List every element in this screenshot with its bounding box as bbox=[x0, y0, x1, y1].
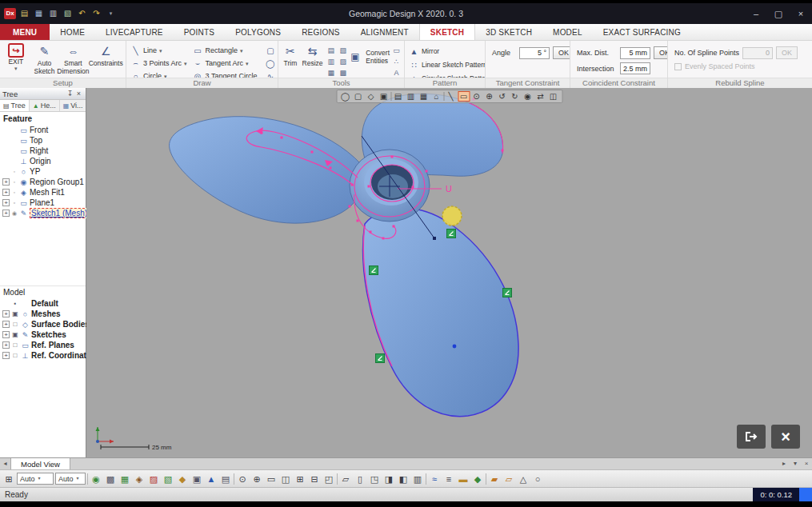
bottom-tool-icon[interactable]: ▨ bbox=[147, 473, 160, 485]
undo-icon[interactable]: ↶ bbox=[76, 8, 88, 19]
coincident-ok-button[interactable]: OK bbox=[654, 46, 667, 59]
lasso-select-icon[interactable]: ◇ bbox=[365, 91, 377, 102]
model-viewport[interactable]: U 25 mm ◯▢◇▣▤▥▦⌂╲▭⊙⊕↺↻◉⇄◫ bbox=[86, 88, 812, 457]
rebuild-ok-button[interactable]: OK bbox=[776, 46, 798, 59]
tree-item[interactable]: ▫ ▭ Plane1 bbox=[0, 198, 86, 208]
selection-mode-icon[interactable]: ⊞ bbox=[2, 473, 15, 485]
slot-tool[interactable]: ▢ Slot bbox=[265, 45, 278, 56]
zoom-fit-icon[interactable]: ◉ bbox=[522, 91, 534, 102]
bottom-tool-icon[interactable]: ○ bbox=[531, 473, 544, 485]
bottom-tool-icon[interactable]: ▱ bbox=[339, 473, 352, 485]
minimize-button[interactable]: – bbox=[745, 5, 767, 22]
ribbon-tab[interactable]: MODEL bbox=[542, 24, 593, 40]
model-item[interactable]: ▣ ○ Meshes bbox=[0, 309, 86, 319]
ribbon-tab[interactable]: MENU bbox=[0, 24, 50, 40]
scroll-left-icon[interactable]: ◂ bbox=[0, 458, 10, 469]
tab-menu-icon[interactable]: ▾ bbox=[790, 458, 801, 469]
viewport-tool-icon[interactable] bbox=[443, 92, 444, 101]
sketch-point-blue[interactable] bbox=[453, 345, 457, 349]
state-icon[interactable]: ◦ bbox=[11, 169, 18, 174]
tree-item-label[interactable]: Right bbox=[30, 146, 48, 155]
auto-sketch-button[interactable]: ✎ Auto Sketch bbox=[31, 42, 58, 75]
tree-item-label[interactable]: Mesh Fit1 bbox=[30, 188, 65, 197]
rotate-right-icon[interactable]: ↻ bbox=[509, 91, 521, 102]
tree-item[interactable]: ▭ Front bbox=[0, 125, 86, 135]
bottom-tool-icon[interactable] bbox=[337, 473, 338, 485]
redo-icon[interactable]: ↷ bbox=[90, 8, 102, 19]
bottom-tool-icon[interactable]: ▭ bbox=[265, 473, 278, 485]
propeller-scene[interactable]: U 25 mm bbox=[86, 88, 812, 457]
bottom-tool-icon[interactable]: ⊕ bbox=[250, 473, 263, 485]
state-icon[interactable]: ▫ bbox=[11, 200, 18, 206]
rotate-indicator[interactable] bbox=[442, 206, 462, 226]
paint-select-icon[interactable]: ▣ bbox=[378, 91, 390, 102]
model-item-label[interactable]: Sketches bbox=[31, 330, 66, 339]
expander-icon[interactable] bbox=[2, 178, 10, 186]
model-item-label[interactable]: Surface Bodies bbox=[31, 320, 90, 329]
bottom-tool-icon[interactable]: ◉ bbox=[90, 473, 102, 485]
tab-model-view[interactable]: Model View bbox=[10, 458, 70, 469]
bottom-tool-icon[interactable]: ▧ bbox=[162, 473, 174, 485]
linear-sketch-pattern-tool[interactable]: ∷ Linear Sketch Pattern bbox=[409, 59, 485, 70]
evenly-spaced-checkbox[interactable] bbox=[674, 63, 682, 70]
line-mode-icon[interactable]: ╲ bbox=[445, 91, 457, 102]
expander-icon[interactable] bbox=[2, 210, 10, 217]
tree-item[interactable]: ▭ Right bbox=[0, 146, 86, 156]
bottom-tool-icon[interactable]: ▲ bbox=[205, 473, 218, 485]
state-icon[interactable]: ◦ bbox=[11, 179, 18, 185]
bottom-tool-icon[interactable]: ≈ bbox=[428, 473, 441, 485]
state-icon[interactable]: ◦ bbox=[11, 190, 18, 195]
toolbar-options-icon[interactable]: ▾ bbox=[105, 8, 117, 19]
bottom-tool-icon[interactable] bbox=[234, 473, 234, 485]
expander-icon[interactable] bbox=[2, 310, 10, 317]
rectangle-tool[interactable]: ▭ Rectangle ▾ bbox=[193, 45, 260, 56]
ellipse-tool[interactable]: ◯ Ellipse ▾ bbox=[265, 58, 278, 69]
tree-item[interactable]: ◉ ✎ Sketch1 (Mesh) bbox=[0, 208, 86, 218]
bottom-tool-icon[interactable]: ▰ bbox=[488, 473, 501, 485]
tree-item-label[interactable]: Front bbox=[30, 126, 48, 134]
circle-select-icon[interactable]: ◯ bbox=[339, 91, 351, 102]
tree-item-label[interactable]: YP bbox=[30, 167, 40, 176]
visibility-checkbox[interactable]: ▪ bbox=[11, 300, 19, 307]
point-snap-icon[interactable]: ⊙ bbox=[470, 91, 482, 102]
constraints-button[interactable]: ∠ Constraints bbox=[88, 42, 123, 67]
bottom-tool-icon[interactable]: ⊙ bbox=[236, 473, 249, 485]
bottom-tool-icon[interactable]: ◧ bbox=[397, 473, 410, 485]
snap-mode-combo[interactable]: Auto ▾ bbox=[55, 473, 86, 485]
ribbon-tab[interactable]: LIVECAPTURE bbox=[95, 24, 174, 40]
model-item-label[interactable]: Ref. Planes bbox=[31, 341, 74, 349]
project-tool[interactable]: ∴ bbox=[391, 56, 402, 67]
visibility-checkbox[interactable]: □ bbox=[11, 352, 19, 359]
bottom-tool-icon[interactable]: ◨ bbox=[382, 473, 395, 485]
cancel-sketch-button[interactable]: × bbox=[771, 425, 800, 449]
trim-button[interactable]: ✂ Trim bbox=[281, 42, 300, 67]
tree-item[interactable]: ▭ Top bbox=[0, 135, 86, 146]
smart-dimension-button[interactable]: ⇔ Smart Dimension bbox=[59, 42, 86, 75]
fillet-tool[interactable]: ▥ bbox=[325, 56, 337, 67]
model-item-label[interactable]: Default bbox=[31, 299, 58, 308]
model-item[interactable]: □ ◇ Surface Bodies bbox=[0, 319, 86, 329]
bottom-tool-icon[interactable]: ≡ bbox=[442, 473, 455, 485]
chamfer-tool[interactable]: ▦ bbox=[325, 67, 337, 78]
front-view-icon[interactable]: ▤ bbox=[392, 91, 404, 102]
tree-item-label[interactable]: Sketch1 (Mesh) bbox=[30, 208, 89, 218]
panel-tab-view[interactable]: ▦ Vi... bbox=[60, 100, 87, 111]
home-view-icon[interactable]: ⌂ bbox=[430, 91, 442, 102]
bottom-tool-icon[interactable]: ◫ bbox=[279, 473, 292, 485]
tree-item[interactable]: ◦ ◉ Region Group1 bbox=[0, 177, 86, 187]
propeller-mesh[interactable] bbox=[170, 94, 519, 416]
panel-tab-help[interactable]: ▲ He... bbox=[30, 100, 60, 111]
tree-item-label[interactable]: Origin bbox=[30, 157, 51, 166]
close-panel-icon[interactable]: × bbox=[74, 90, 83, 98]
bottom-tool-icon[interactable]: △ bbox=[517, 473, 530, 485]
split-view-icon[interactable]: ◫ bbox=[547, 91, 559, 102]
save-icon[interactable]: ▦ bbox=[33, 8, 45, 19]
rotate-left-icon[interactable]: ↺ bbox=[496, 91, 508, 102]
bottom-tool-icon[interactable]: ▥ bbox=[411, 473, 424, 485]
text-tool[interactable]: A bbox=[391, 67, 402, 78]
tree-item-label[interactable]: Region Group1 bbox=[30, 178, 84, 186]
model-item[interactable]: □ ▭ Ref. Planes bbox=[0, 340, 86, 350]
mirror-tool[interactable]: ▲ Mirror bbox=[409, 46, 485, 57]
grid-snap-icon[interactable]: ⊕ bbox=[483, 91, 495, 102]
bottom-tool-icon[interactable]: ◰ bbox=[322, 473, 335, 485]
